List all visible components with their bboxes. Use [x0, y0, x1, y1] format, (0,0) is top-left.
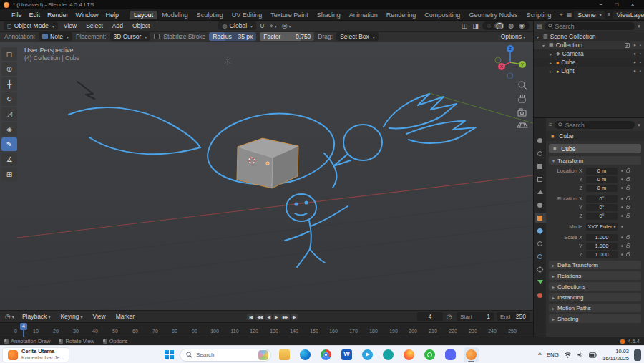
animate-dot[interactable] [621, 226, 623, 228]
placement-selector[interactable]: 3D Cursor [110, 32, 151, 41]
outliner-search-input[interactable]: Search [545, 22, 635, 30]
workspace-tab-shading[interactable]: Shading [313, 11, 345, 19]
perspective-toggle-icon[interactable] [517, 123, 527, 127]
scale-y-field[interactable]: 1.000 [586, 243, 618, 250]
animate-dot[interactable] [621, 206, 623, 208]
taskbar-app-blender[interactable] [464, 347, 479, 362]
menu-help[interactable]: Help [102, 11, 123, 19]
rotation-y-field[interactable]: 0° [586, 204, 618, 211]
outliner-row-collection[interactable]: ▾ ▦ Collection ● ▪ [534, 41, 644, 49]
snapping-options-icon[interactable]: ⌖ [268, 22, 278, 30]
tab-object[interactable] [535, 213, 546, 223]
lock-icon[interactable] [626, 206, 630, 209]
animate-dot[interactable] [621, 245, 623, 247]
tab-modifiers[interactable] [535, 226, 546, 236]
drag-selector[interactable]: Select Box [336, 32, 379, 41]
play-button[interactable]: ▶ [273, 314, 280, 320]
eye-icon[interactable]: ● [633, 69, 636, 73]
tab-tool[interactable] [535, 135, 546, 145]
scale-z-field[interactable]: 1.000 [586, 251, 618, 258]
render-camera-icon[interactable]: ▪ [640, 60, 641, 64]
wifi-icon[interactable] [564, 352, 572, 358]
close-button[interactable]: × [625, 1, 640, 8]
shading-solid-icon[interactable]: ◯ [494, 22, 504, 29]
lock-icon[interactable] [626, 198, 630, 200]
outliner-row-cube[interactable]: ▸ ■ Cube ● ▪ [534, 58, 644, 67]
marker-menu[interactable]: Marker [112, 312, 138, 321]
outliner-editor-icon[interactable]: ▤ [537, 23, 542, 29]
disclosure-icon[interactable]: ▸ [550, 52, 555, 57]
timeline-view-menu[interactable]: View [89, 312, 109, 321]
animate-dot[interactable] [621, 178, 623, 180]
lock-icon[interactable] [626, 178, 630, 181]
disclosure-icon[interactable]: ▸ [550, 60, 555, 65]
hidden-icons-chevron[interactable]: ^ [538, 352, 542, 358]
animate-dot[interactable] [621, 236, 623, 238]
menu-add[interactable]: Add [109, 21, 127, 30]
animate-dot[interactable] [621, 198, 623, 200]
jump-to-end-button[interactable]: ▶| [291, 314, 298, 320]
rotate-tool[interactable]: ↻ [1, 92, 17, 106]
eye-icon[interactable]: ● [633, 43, 636, 47]
rotation-mode-dropdown[interactable]: XYZ Euler [586, 223, 618, 231]
collections-panel[interactable]: Collections [549, 282, 641, 291]
add-workspace-button[interactable]: + [555, 11, 566, 19]
taskbar-app-file-explorer[interactable] [277, 347, 292, 362]
jump-to-start-button[interactable]: |◀ [247, 314, 254, 320]
radius-slider[interactable]: Radius 35 px [209, 32, 256, 41]
menu-edit[interactable]: Edit [26, 11, 44, 19]
factor-slider[interactable]: Factor 0.750 [260, 32, 314, 41]
tab-world[interactable] [535, 200, 546, 210]
location-y-field[interactable]: 0 m [586, 176, 618, 183]
eye-icon[interactable]: ● [633, 52, 636, 56]
workspace-tab-layout[interactable]: Layout [130, 11, 157, 19]
location-z-field[interactable]: 0 m [586, 185, 618, 192]
measure-tool[interactable]: ∡ [1, 153, 17, 166]
collection-label[interactable]: Collection [556, 42, 582, 49]
transform-orientation-selector[interactable]: ◍ Global [218, 21, 256, 30]
mode-selector[interactable]: ◻ Object Mode [4, 21, 58, 30]
taskbar-app-camera[interactable] [381, 347, 396, 362]
3d-viewport[interactable]: Z X Y ◻ ⊕ [0, 42, 533, 310]
frame-end-field[interactable]: End 250 [497, 312, 530, 321]
annotation-layer-selector[interactable]: Note [39, 32, 72, 41]
proportional-falloff-icon[interactable]: ◎ [280, 22, 293, 29]
render-camera-icon[interactable]: ▪ [640, 52, 641, 56]
tab-particles[interactable] [535, 238, 546, 248]
shading-panel[interactable]: Shading [549, 314, 641, 323]
current-frame-field[interactable]: 4 [417, 312, 443, 321]
render-camera-icon[interactable]: ▪ [640, 69, 641, 73]
lock-icon[interactable] [626, 170, 630, 173]
workspace-tab-compositing[interactable]: Compositing [420, 11, 464, 19]
editor-type-icon[interactable]: ◷ [4, 313, 16, 320]
transform-panel-header[interactable]: Transform [549, 156, 641, 165]
scene-collection-label[interactable]: Scene Collection [550, 33, 596, 40]
taskbar-app-chrome[interactable] [318, 347, 333, 362]
battery-icon[interactable] [589, 352, 597, 358]
clock[interactable]: 10.03 16/11/2025 [602, 348, 629, 362]
lock-icon[interactable] [626, 253, 630, 256]
annotate-tool[interactable]: ✎ [1, 137, 17, 151]
volume-icon[interactable] [577, 352, 584, 358]
workspace-tab-scripting[interactable]: Scripting [522, 11, 555, 19]
viewlayer-selector[interactable]: ViewLayer [613, 11, 644, 19]
taskbar-app-whatsapp[interactable] [422, 347, 437, 362]
frame-start-field[interactable]: Start 1 [457, 312, 494, 321]
workspace-tab-sculpting[interactable]: Sculpting [192, 11, 228, 19]
prev-keyframe-button[interactable]: ◀◀ [255, 314, 264, 320]
menu-object[interactable]: Object [129, 21, 154, 30]
taskbar-search-input[interactable]: Search [180, 349, 271, 362]
object-name-field[interactable]: ■ Cube [549, 144, 641, 153]
rotation-x-field[interactable]: 0° [586, 195, 618, 203]
tab-render[interactable] [535, 148, 546, 158]
notification-counter[interactable] [634, 349, 641, 361]
title-bar[interactable]: * (Unsaved) - Blender 4.5.4 LTS − □ × [0, 0, 644, 9]
filter-icon[interactable]: ▼ [637, 123, 641, 127]
motion-paths-panel[interactable]: Motion Paths [549, 304, 641, 312]
cursor-tool[interactable]: ⊕ [1, 62, 17, 76]
tab-constraints[interactable] [535, 264, 546, 274]
add-cube-tool[interactable]: ⊞ [1, 168, 17, 181]
animate-dot[interactable] [621, 187, 623, 189]
light-object-label[interactable]: Light [561, 67, 574, 74]
relations-panel[interactable]: Relations [549, 271, 641, 280]
